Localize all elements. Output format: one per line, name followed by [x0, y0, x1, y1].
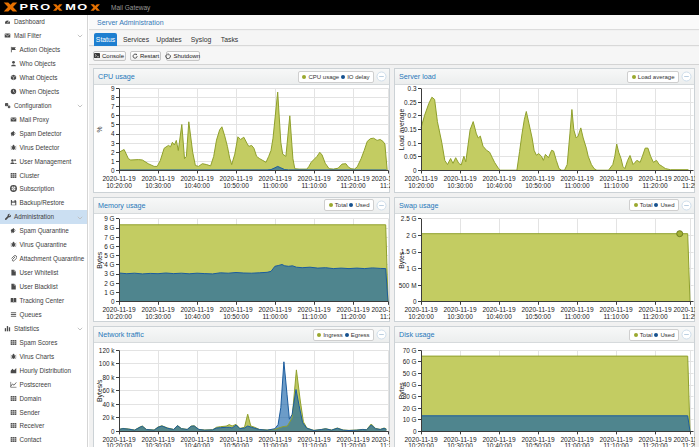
svg-text:0.05: 0.05	[404, 153, 417, 160]
svg-text:8: 8	[111, 94, 115, 101]
svg-text:%: %	[96, 126, 103, 132]
svg-text:11:20:00: 11:20:00	[340, 182, 366, 189]
svg-text:0: 0	[111, 167, 115, 174]
svg-text:11:00:00: 11:00:00	[262, 182, 288, 189]
svg-text:Bytes: Bytes	[398, 382, 406, 400]
svg-text:1 G: 1 G	[406, 265, 416, 272]
svg-text:10:40:00: 10:40:00	[486, 442, 512, 447]
svg-text:0.25: 0.25	[404, 99, 417, 106]
svg-text:70 G: 70 G	[403, 347, 417, 354]
svg-text:5: 5	[111, 121, 115, 128]
svg-text:0: 0	[111, 428, 115, 435]
svg-text:60 G: 60 G	[403, 358, 417, 365]
svg-text:10:30:00: 10:30:00	[145, 313, 171, 320]
svg-text:10:20:00: 10:20:00	[106, 442, 132, 447]
svg-text:10:40:00: 10:40:00	[184, 182, 210, 189]
svg-text:10:20:00: 10:20:00	[106, 182, 132, 189]
svg-text:10:50:00: 10:50:00	[525, 442, 551, 447]
svg-text:8 G: 8 G	[104, 224, 114, 231]
svg-text:0.2: 0.2	[408, 112, 417, 119]
svg-text:0.15: 0.15	[404, 126, 417, 133]
svg-text:10:40:00: 10:40:00	[486, 182, 512, 189]
svg-text:11:00:00: 11:00:00	[262, 313, 288, 320]
svg-text:10:40:00: 10:40:00	[184, 313, 210, 320]
svg-text:0.3: 0.3	[408, 85, 417, 92]
svg-text:11:10:00: 11:10:00	[301, 313, 327, 320]
svg-text:11:29: 11:29	[380, 182, 390, 189]
svg-text:2: 2	[111, 149, 115, 156]
svg-text:11:10:00: 11:10:00	[603, 182, 629, 189]
svg-text:40 k: 40 k	[102, 401, 115, 408]
svg-text:10:20:00: 10:20:00	[106, 313, 132, 320]
svg-text:Bytes: Bytes	[96, 251, 104, 269]
svg-text:11:20:00: 11:20:00	[642, 182, 668, 189]
svg-text:10:30:00: 10:30:00	[145, 442, 171, 447]
svg-text:80 k: 80 k	[102, 374, 115, 381]
svg-text:9: 9	[111, 85, 115, 92]
svg-text:0: 0	[413, 298, 417, 305]
svg-text:10:30:00: 10:30:00	[447, 182, 473, 189]
svg-text:0: 0	[413, 167, 417, 174]
svg-text:60 k: 60 k	[102, 387, 115, 394]
svg-text:11:10:00: 11:10:00	[301, 442, 327, 447]
svg-text:10:40:00: 10:40:00	[184, 442, 210, 447]
svg-text:10:50:00: 10:50:00	[525, 182, 551, 189]
svg-text:11:29: 11:29	[380, 442, 390, 447]
svg-text:11:00:00: 11:00:00	[564, 182, 590, 189]
svg-text:0: 0	[413, 428, 417, 435]
svg-text:Bytes: Bytes	[398, 251, 406, 269]
svg-text:1 G: 1 G	[104, 289, 114, 296]
svg-text:10:50:00: 10:50:00	[223, 182, 249, 189]
svg-text:10:30:00: 10:30:00	[145, 182, 171, 189]
svg-text:11:29: 11:29	[682, 313, 695, 320]
svg-text:4 G: 4 G	[104, 261, 114, 268]
svg-text:5 G: 5 G	[104, 252, 114, 259]
svg-text:11:29: 11:29	[380, 313, 390, 320]
svg-text:11:20:00: 11:20:00	[642, 442, 668, 447]
svg-text:Load average: Load average	[398, 108, 406, 150]
svg-text:11:10:00: 11:10:00	[301, 182, 327, 189]
svg-text:0.1: 0.1	[408, 140, 417, 147]
svg-text:7: 7	[111, 103, 115, 110]
svg-text:1: 1	[111, 158, 115, 165]
svg-text:6: 6	[111, 112, 115, 119]
svg-text:6 G: 6 G	[104, 243, 114, 250]
svg-text:11:10:00: 11:10:00	[603, 313, 629, 320]
svg-text:2.5 G: 2.5 G	[401, 215, 417, 222]
svg-text:20 k: 20 k	[102, 414, 115, 421]
svg-text:11:00:00: 11:00:00	[564, 442, 590, 447]
svg-text:10:50:00: 10:50:00	[525, 313, 551, 320]
svg-text:10:50:00: 10:50:00	[223, 313, 249, 320]
svg-text:10:20:00: 10:20:00	[408, 313, 434, 320]
svg-text:10:30:00: 10:30:00	[447, 313, 473, 320]
svg-text:11:10:00: 11:10:00	[603, 442, 629, 447]
svg-text:11:20:00: 11:20:00	[642, 313, 668, 320]
svg-text:11:29: 11:29	[682, 182, 695, 189]
svg-text:11:20:00: 11:20:00	[340, 442, 366, 447]
svg-text:3: 3	[111, 140, 115, 147]
svg-text:120 k: 120 k	[99, 347, 115, 354]
svg-text:10:30:00: 10:30:00	[447, 442, 473, 447]
svg-text:11:00:00: 11:00:00	[262, 442, 288, 447]
svg-text:500 M: 500 M	[399, 282, 417, 289]
svg-text:11:20:00: 11:20:00	[340, 313, 366, 320]
svg-text:2 G: 2 G	[104, 280, 114, 287]
svg-text:2 G: 2 G	[406, 232, 416, 239]
svg-text:3 G: 3 G	[104, 270, 114, 277]
svg-text:9 G: 9 G	[104, 215, 114, 222]
svg-text:10:40:00: 10:40:00	[486, 313, 512, 320]
svg-text:100 k: 100 k	[99, 360, 115, 367]
svg-text:11:29: 11:29	[682, 442, 695, 447]
svg-text:10:20:00: 10:20:00	[408, 442, 434, 447]
svg-text:Bytes/s: Bytes/s	[96, 379, 104, 402]
svg-text:10:50:00: 10:50:00	[223, 442, 249, 447]
svg-text:50 G: 50 G	[403, 370, 417, 377]
svg-text:7 G: 7 G	[104, 234, 114, 241]
svg-text:10 G: 10 G	[403, 416, 417, 423]
svg-text:20 G: 20 G	[403, 405, 417, 412]
svg-text:11:00:00: 11:00:00	[564, 313, 590, 320]
svg-text:10:20:00: 10:20:00	[408, 182, 434, 189]
svg-text:0: 0	[111, 298, 115, 305]
svg-text:4: 4	[111, 130, 115, 137]
